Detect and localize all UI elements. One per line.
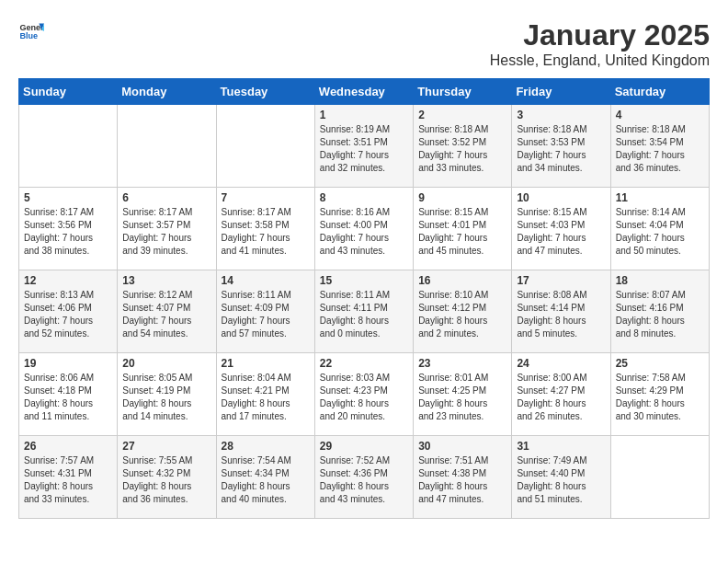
day-number: 13 <box>122 274 210 287</box>
calendar-table: SundayMondayTuesdayWednesdayThursdayFrid… <box>18 78 710 519</box>
weekday-header-wednesday: Wednesday <box>314 79 413 105</box>
day-number: 14 <box>222 274 310 287</box>
calendar-cell: 17Sunrise: 8:08 AM Sunset: 4:14 PM Dayli… <box>512 270 610 353</box>
calendar-cell: 16Sunrise: 8:10 AM Sunset: 4:12 PM Dayli… <box>414 270 512 353</box>
cell-text: Sunrise: 8:10 AM Sunset: 4:12 PM Dayligh… <box>418 289 506 340</box>
day-number: 6 <box>122 191 210 204</box>
weekday-header-thursday: Thursday <box>414 79 512 105</box>
calendar-cell: 4Sunrise: 8:18 AM Sunset: 3:54 PM Daylig… <box>610 105 709 188</box>
cell-text: Sunrise: 7:51 AM Sunset: 4:38 PM Dayligh… <box>418 454 506 506</box>
day-number: 3 <box>517 109 605 121</box>
cell-text: Sunrise: 8:15 AM Sunset: 4:03 PM Dayligh… <box>517 206 605 258</box>
cell-text: Sunrise: 8:00 AM Sunset: 4:27 PM Dayligh… <box>517 372 605 423</box>
calendar-cell: 27Sunrise: 7:55 AM Sunset: 4:32 PM Dayli… <box>118 436 216 519</box>
day-number: 4 <box>616 109 704 121</box>
day-number: 5 <box>24 191 112 204</box>
cell-text: Sunrise: 8:06 AM Sunset: 4:18 PM Dayligh… <box>24 372 112 423</box>
calendar-cell: 1Sunrise: 8:19 AM Sunset: 3:51 PM Daylig… <box>314 105 413 188</box>
cell-text: Sunrise: 7:52 AM Sunset: 4:36 PM Dayligh… <box>320 454 408 506</box>
calendar-cell <box>216 105 314 188</box>
calendar-cell: 13Sunrise: 8:12 AM Sunset: 4:07 PM Dayli… <box>118 270 216 353</box>
cell-text: Sunrise: 7:58 AM Sunset: 4:29 PM Dayligh… <box>616 372 704 423</box>
cell-text: Sunrise: 8:12 AM Sunset: 4:07 PM Dayligh… <box>122 289 210 340</box>
calendar-cell: 14Sunrise: 8:11 AM Sunset: 4:09 PM Dayli… <box>216 270 314 353</box>
cell-text: Sunrise: 7:55 AM Sunset: 4:32 PM Dayligh… <box>122 454 210 506</box>
cell-text: Sunrise: 8:17 AM Sunset: 3:58 PM Dayligh… <box>222 206 310 258</box>
cell-text: Sunrise: 8:11 AM Sunset: 4:11 PM Dayligh… <box>320 289 408 340</box>
calendar-cell: 2Sunrise: 8:18 AM Sunset: 3:52 PM Daylig… <box>414 105 512 188</box>
day-number: 16 <box>418 274 506 287</box>
calendar-cell: 24Sunrise: 8:00 AM Sunset: 4:27 PM Dayli… <box>512 353 610 436</box>
cell-text: Sunrise: 8:18 AM Sunset: 3:53 PM Dayligh… <box>517 123 605 175</box>
calendar-cell: 23Sunrise: 8:01 AM Sunset: 4:25 PM Dayli… <box>414 353 512 436</box>
day-number: 1 <box>320 109 408 121</box>
calendar-week-row: 12Sunrise: 8:13 AM Sunset: 4:06 PM Dayli… <box>19 270 710 353</box>
day-number: 9 <box>418 191 506 204</box>
day-number: 28 <box>222 440 310 453</box>
calendar-cell: 12Sunrise: 8:13 AM Sunset: 4:06 PM Dayli… <box>19 270 118 353</box>
calendar-cell: 28Sunrise: 7:54 AM Sunset: 4:34 PM Dayli… <box>216 436 314 519</box>
day-number: 11 <box>616 191 704 204</box>
calendar-cell: 5Sunrise: 8:17 AM Sunset: 3:56 PM Daylig… <box>19 188 118 270</box>
calendar-cell: 31Sunrise: 7:49 AM Sunset: 4:40 PM Dayli… <box>512 436 610 519</box>
day-number: 15 <box>320 274 408 287</box>
calendar-cell: 3Sunrise: 8:18 AM Sunset: 3:53 PM Daylig… <box>512 105 610 188</box>
location-title: Hessle, England, United Kingdom <box>490 52 710 69</box>
calendar-cell: 25Sunrise: 7:58 AM Sunset: 4:29 PM Dayli… <box>610 353 709 436</box>
weekday-header-monday: Monday <box>118 79 216 105</box>
calendar-cell: 29Sunrise: 7:52 AM Sunset: 4:36 PM Dayli… <box>314 436 413 519</box>
day-number: 26 <box>24 440 112 453</box>
calendar-cell: 10Sunrise: 8:15 AM Sunset: 4:03 PM Dayli… <box>512 188 610 270</box>
cell-text: Sunrise: 8:17 AM Sunset: 3:57 PM Dayligh… <box>122 206 210 258</box>
title-area: January 2025 Hessle, England, United Kin… <box>490 18 710 69</box>
calendar-cell <box>19 105 118 188</box>
header: General Blue January 2025 Hessle, Englan… <box>18 18 710 69</box>
calendar-cell: 22Sunrise: 8:03 AM Sunset: 4:23 PM Dayli… <box>314 353 413 436</box>
weekday-header-sunday: Sunday <box>19 79 118 105</box>
cell-text: Sunrise: 7:57 AM Sunset: 4:31 PM Dayligh… <box>24 454 112 506</box>
day-number: 24 <box>517 357 605 370</box>
cell-text: Sunrise: 8:08 AM Sunset: 4:14 PM Dayligh… <box>517 289 605 340</box>
day-number: 7 <box>222 191 310 204</box>
day-number: 20 <box>122 357 210 370</box>
month-title: January 2025 <box>490 18 710 52</box>
cell-text: Sunrise: 8:17 AM Sunset: 3:56 PM Dayligh… <box>24 206 112 258</box>
day-number: 30 <box>418 440 506 453</box>
weekday-header-friday: Friday <box>512 79 610 105</box>
svg-text:Blue: Blue <box>19 31 38 40</box>
calendar-week-row: 19Sunrise: 8:06 AM Sunset: 4:18 PM Dayli… <box>19 353 710 436</box>
calendar-cell: 21Sunrise: 8:04 AM Sunset: 4:21 PM Dayli… <box>216 353 314 436</box>
cell-text: Sunrise: 8:07 AM Sunset: 4:16 PM Dayligh… <box>616 289 704 340</box>
day-number: 27 <box>122 440 210 453</box>
calendar-cell: 11Sunrise: 8:14 AM Sunset: 4:04 PM Dayli… <box>610 188 709 270</box>
cell-text: Sunrise: 7:49 AM Sunset: 4:40 PM Dayligh… <box>517 454 605 506</box>
logo-icon: General Blue <box>18 18 44 44</box>
cell-text: Sunrise: 8:03 AM Sunset: 4:23 PM Dayligh… <box>320 372 408 423</box>
calendar-cell: 20Sunrise: 8:05 AM Sunset: 4:19 PM Dayli… <box>118 353 216 436</box>
cell-text: Sunrise: 8:04 AM Sunset: 4:21 PM Dayligh… <box>222 372 310 423</box>
logo: General Blue <box>18 18 44 44</box>
weekday-header-tuesday: Tuesday <box>216 79 314 105</box>
cell-text: Sunrise: 7:54 AM Sunset: 4:34 PM Dayligh… <box>222 454 310 506</box>
cell-text: Sunrise: 8:13 AM Sunset: 4:06 PM Dayligh… <box>24 289 112 340</box>
weekday-header-saturday: Saturday <box>610 79 709 105</box>
cell-text: Sunrise: 8:15 AM Sunset: 4:01 PM Dayligh… <box>418 206 506 258</box>
cell-text: Sunrise: 8:14 AM Sunset: 4:04 PM Dayligh… <box>616 206 704 258</box>
cell-text: Sunrise: 8:05 AM Sunset: 4:19 PM Dayligh… <box>122 372 210 423</box>
calendar-week-row: 26Sunrise: 7:57 AM Sunset: 4:31 PM Dayli… <box>19 436 710 519</box>
calendar-cell <box>610 436 709 519</box>
calendar-cell: 15Sunrise: 8:11 AM Sunset: 4:11 PM Dayli… <box>314 270 413 353</box>
cell-text: Sunrise: 8:18 AM Sunset: 3:54 PM Dayligh… <box>616 123 704 175</box>
cell-text: Sunrise: 8:11 AM Sunset: 4:09 PM Dayligh… <box>222 289 310 340</box>
day-number: 12 <box>24 274 112 287</box>
cell-text: Sunrise: 8:16 AM Sunset: 4:00 PM Dayligh… <box>320 206 408 258</box>
calendar-week-row: 1Sunrise: 8:19 AM Sunset: 3:51 PM Daylig… <box>19 105 710 188</box>
calendar-cell <box>118 105 216 188</box>
calendar-cell: 19Sunrise: 8:06 AM Sunset: 4:18 PM Dayli… <box>19 353 118 436</box>
calendar-cell: 7Sunrise: 8:17 AM Sunset: 3:58 PM Daylig… <box>216 188 314 270</box>
day-number: 19 <box>24 357 112 370</box>
day-number: 29 <box>320 440 408 453</box>
calendar-week-row: 5Sunrise: 8:17 AM Sunset: 3:56 PM Daylig… <box>19 188 710 270</box>
calendar-cell: 8Sunrise: 8:16 AM Sunset: 4:00 PM Daylig… <box>314 188 413 270</box>
day-number: 31 <box>517 440 605 453</box>
